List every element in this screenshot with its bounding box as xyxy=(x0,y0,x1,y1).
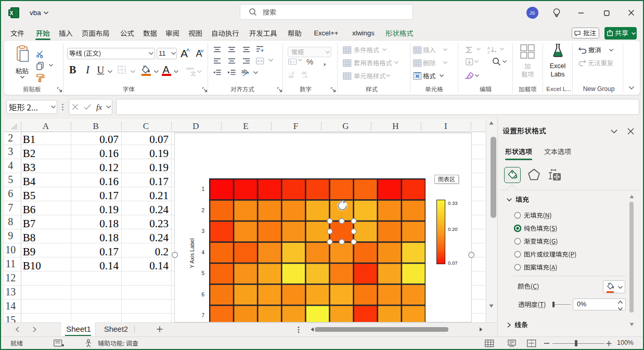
svg-text:.00: .00 xyxy=(288,74,294,79)
svg-text:¥: ¥ xyxy=(290,59,292,64)
svg-text:Z: Z xyxy=(487,50,490,55)
svg-text:→0: →0 xyxy=(301,74,307,79)
svg-text:X: X xyxy=(9,10,13,16)
